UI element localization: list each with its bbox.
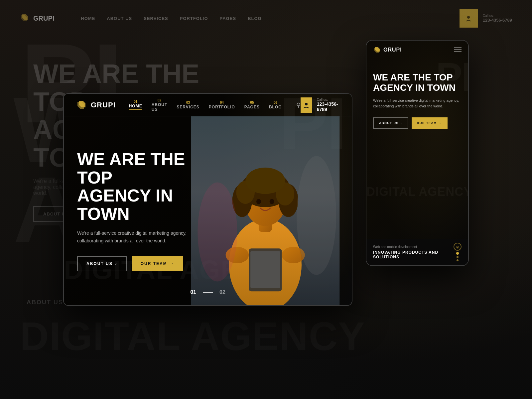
mobile-navbar: GRUPI [366, 41, 468, 59]
svg-point-15 [270, 199, 274, 204]
phone-info: Call us: 123-4356-6789 [317, 98, 340, 112]
svg-point-21 [297, 156, 336, 275]
mobile-hero-title: WE ARE THE TOP AGENCY IN TOWN [373, 72, 462, 93]
desktop-hero-title: WE ARE THE TOP AGENCY IN TOWN [77, 150, 209, 223]
slide-indicators: 01 02 [190, 289, 225, 295]
nav-item-pages[interactable]: 05 PAGES [244, 101, 260, 109]
svg-point-13 [246, 168, 285, 194]
mobile-service-dots: ◎ [454, 243, 462, 261]
desktop-navbar: GRUPI 01 HOME 02 ABOUT US 03 SERVICES [64, 94, 352, 116]
search-icon[interactable]: ⚲ [296, 101, 301, 109]
desktop-hero-description: We're a full-service creative digital ma… [77, 229, 190, 244]
slide-next[interactable]: 02 [219, 289, 225, 295]
desktop-nav: 01 HOME 02 ABOUT US 03 SERVICES 04 PO [129, 98, 301, 112]
nav-item-about[interactable]: 02 ABOUT US [152, 98, 168, 112]
nav-item-home[interactable]: 01 HOME [129, 100, 142, 110]
service-circle-icon[interactable]: ◎ [454, 243, 462, 251]
mobile-service-title: INNOVATING PRODUCTS AND SOLUTIONS [373, 250, 462, 259]
main-content: PI DIGITAL AGENCY [0, 0, 532, 399]
nav-item-portfolio[interactable]: 04 PORTFOLIO [209, 101, 235, 109]
mobile-hero-buttons: ABOUT US › OUR TEAM → [373, 117, 462, 129]
slide-current[interactable]: 01 [190, 289, 196, 295]
mobile-service-section: Web and mobile development INNOVATING PR… [366, 239, 468, 265]
mobile-service-label: Web and mobile development [373, 245, 462, 249]
our-team-button[interactable]: OUR TEAM → [132, 256, 183, 271]
mobile-our-team-button[interactable]: OUR TEAM → [412, 117, 448, 129]
nav-item-blog[interactable]: 06 BLOG [269, 101, 282, 109]
mobile-logo-text: GRUPI [383, 47, 402, 53]
desktop-hero-buttons: ABOUT US › OUR TEAM → [77, 256, 209, 271]
svg-point-14 [256, 199, 261, 204]
mobile-logo: GRUPI [373, 46, 402, 54]
desktop-mockup: PI DIGITAL AGENCY [63, 93, 352, 306]
mobile-hero-description: We're a full-service creative digital ma… [373, 98, 462, 109]
slide-line [203, 292, 213, 293]
about-us-button[interactable]: ABOUT US › [77, 256, 127, 271]
user-icon-button[interactable] [301, 97, 312, 113]
mobile-mockup: PI DIGITAL AGENCY GRUPI [366, 40, 469, 266]
desktop-inner: PI DIGITAL AGENCY [64, 94, 352, 305]
desktop-logo: GRUPI [75, 99, 116, 111]
desktop-logo-text: GRUPI [91, 101, 116, 109]
desktop-hero: WE ARE THE TOP AGENCY IN TOWN We're a fu… [64, 116, 222, 305]
hamburger-menu-button[interactable] [454, 48, 462, 52]
mobile-hero: WE ARE THE TOP AGENCY IN TOWN We're a fu… [366, 59, 468, 135]
mobile-about-us-button[interactable]: ABOUT US › [373, 117, 408, 129]
desktop-nav-cta: Call us: 123-4356-6789 [301, 97, 340, 113]
svg-point-24 [305, 103, 308, 105]
nav-item-services[interactable]: 03 SERVICES [177, 101, 199, 109]
mobile-inner: PI DIGITAL AGENCY GRUPI [366, 41, 468, 265]
svg-rect-17 [251, 251, 280, 288]
